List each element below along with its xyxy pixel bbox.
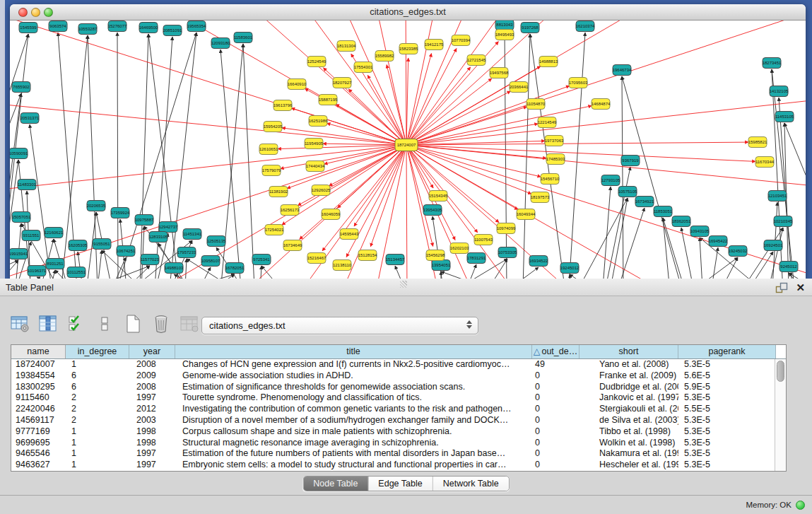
graph-node[interactable]: 11453105: [775, 112, 794, 122]
graph-node[interactable]: 19497568: [490, 68, 509, 78]
table-cell[interactable]: 5.3E-5: [678, 359, 775, 370]
graph-node[interactable]: 16046059: [322, 209, 341, 220]
graph-edge[interactable]: [30, 124, 52, 279]
graph-node[interactable]: 13954051: [432, 260, 451, 271]
table-cell[interactable]: 6: [66, 370, 129, 382]
graph-node[interactable]: 15985821: [748, 137, 767, 148]
table-cell[interactable]: 1: [66, 460, 129, 471]
graph-node[interactable]: 10590091: [10, 148, 28, 159]
show-columns-icon[interactable]: [37, 313, 59, 335]
graph-node[interactable]: 10753305: [498, 247, 517, 258]
table-cell[interactable]: Tourette syndrome. Phenomenology and cla…: [175, 392, 532, 404]
table-cell[interactable]: de Silva et al. (2003): [579, 415, 678, 426]
table-cell[interactable]: 1997: [129, 460, 175, 471]
graph-node[interactable]: 12793105: [601, 175, 620, 186]
graph-node[interactable]: 15154345: [429, 191, 448, 201]
table-scrollbar-thumb[interactable]: [777, 361, 784, 382]
graph-node[interactable]: 15589982: [375, 51, 394, 62]
graph-node[interactable]: 12160621: [45, 228, 64, 238]
graph-node[interactable]: 10943105: [690, 226, 710, 237]
graph-edge[interactable]: [98, 250, 102, 279]
table-cell[interactable]: 2: [66, 404, 129, 415]
graph-node[interactable]: 11054870: [526, 99, 546, 110]
graph-node[interactable]: 10975887: [135, 215, 154, 226]
graph-node[interactable]: 16734921: [635, 197, 654, 207]
table-cell[interactable]: Estimation of significance thresholds fo…: [175, 382, 532, 393]
table-row[interactable]: 1830029562008Estimation of significance …: [11, 382, 775, 393]
table-cell[interactable]: 1998: [129, 438, 175, 449]
graph-node[interactable]: 15216467: [307, 253, 326, 264]
graph-node[interactable]: 9367919: [621, 156, 640, 166]
table-cell[interactable]: 0: [532, 448, 579, 460]
graph-edge[interactable]: [700, 238, 702, 279]
graph-node[interactable]: 12721545: [467, 55, 486, 66]
panel-resize-grip[interactable]: [400, 281, 407, 288]
table-cell[interactable]: 0: [532, 404, 579, 415]
graph-node[interactable]: 15456710: [541, 174, 560, 185]
graph-node[interactable]: 17254021: [265, 225, 284, 235]
zoom-window-button[interactable]: [44, 8, 53, 17]
graph-edge[interactable]: [387, 65, 406, 145]
graph-node[interactable]: 12926025: [312, 185, 331, 196]
table-cell[interactable]: 1: [66, 359, 129, 370]
graph-node[interactable]: 9311551: [22, 230, 40, 241]
graph-edge[interactable]: [511, 267, 539, 279]
graph-edge[interactable]: [127, 266, 150, 279]
float-panel-icon[interactable]: [775, 282, 788, 293]
graph-edge[interactable]: [322, 145, 406, 251]
graph-node[interactable]: 18131304: [337, 41, 356, 52]
graph-node[interactable]: 18273451: [763, 58, 782, 69]
graph-node[interactable]: 19737063: [545, 136, 564, 146]
graph-node[interactable]: 12524549: [307, 57, 326, 67]
graph-node[interactable]: 18207927: [333, 78, 352, 88]
table-cell[interactable]: Wolkin et al. (1998): [579, 438, 678, 449]
table-mode-icon[interactable]: [8, 313, 30, 335]
table-cell[interactable]: 2009: [129, 370, 175, 382]
graph-edge[interactable]: [712, 247, 718, 279]
graph-node[interactable]: 12505135: [207, 236, 226, 247]
table-cell[interactable]: 5.3E-5: [678, 448, 775, 460]
column-header-title[interactable]: title: [175, 345, 532, 358]
graph-node[interactable]: 20366441: [510, 82, 529, 93]
graph-node[interactable]: 15057051: [12, 212, 31, 223]
graph-node[interactable]: 15134457: [386, 255, 405, 265]
graph-node[interactable]: 9155051: [93, 239, 111, 250]
table-cell[interactable]: 0: [532, 370, 579, 382]
table-cell[interactable]: Structural magnetic resonance image aver…: [175, 438, 532, 449]
graph-edge[interactable]: [406, 145, 499, 223]
graph-node[interactable]: 19646734: [613, 65, 632, 76]
graph-node[interactable]: 17554301: [354, 62, 373, 73]
graph-node[interactable]: 11954905: [305, 139, 324, 149]
graph-node[interactable]: 17831291: [467, 253, 486, 264]
graph-node[interactable]: 15276077: [108, 21, 127, 32]
graph-edge[interactable]: [117, 33, 118, 279]
graph-node[interactable]: 20206535: [87, 201, 106, 211]
tab-node-table[interactable]: Node Table: [303, 477, 368, 491]
table-cell[interactable]: 18300295: [11, 382, 66, 393]
graph-node[interactable]: 8931251: [46, 259, 64, 269]
graph-node[interactable]: 16945422: [709, 236, 728, 247]
table-row[interactable]: 1938455462009Genome-wide association stu…: [11, 370, 775, 382]
graph-node[interactable]: 15887195: [319, 95, 338, 105]
graph-node[interactable]: 15954205: [264, 122, 283, 132]
table-cell[interactable]: 5.3E-5: [678, 438, 775, 449]
graph-node[interactable]: 16205305: [69, 240, 88, 251]
graph-node[interactable]: 16469500: [139, 23, 158, 33]
graph-edge[interactable]: [185, 259, 187, 279]
table-cell[interactable]: 9463627: [11, 460, 66, 471]
table-cell[interactable]: Nakamura et al. (1997): [579, 448, 678, 460]
table-cell[interactable]: 5.3E-5: [678, 415, 775, 426]
graph-node[interactable]: 10575105: [618, 187, 637, 197]
table-cell[interactable]: 1: [66, 438, 129, 449]
graph-node[interactable]: 12093180: [211, 38, 230, 49]
table-cell[interactable]: 2008: [129, 359, 175, 370]
graph-node[interactable]: 15128154: [358, 250, 377, 261]
graph-node[interactable]: 10112551: [67, 267, 86, 278]
table-cell[interactable]: 9699695: [11, 438, 66, 449]
table-scrollbar[interactable]: [775, 359, 786, 471]
graph-edge[interactable]: [441, 271, 498, 279]
table-cell[interactable]: Genome-wide association studies in ADHD.: [175, 370, 532, 382]
table-row[interactable]: 946554611997Estimation of the future num…: [11, 448, 775, 460]
table-cell[interactable]: 1: [66, 426, 129, 438]
graph-node[interactable]: 9725341: [252, 255, 271, 265]
